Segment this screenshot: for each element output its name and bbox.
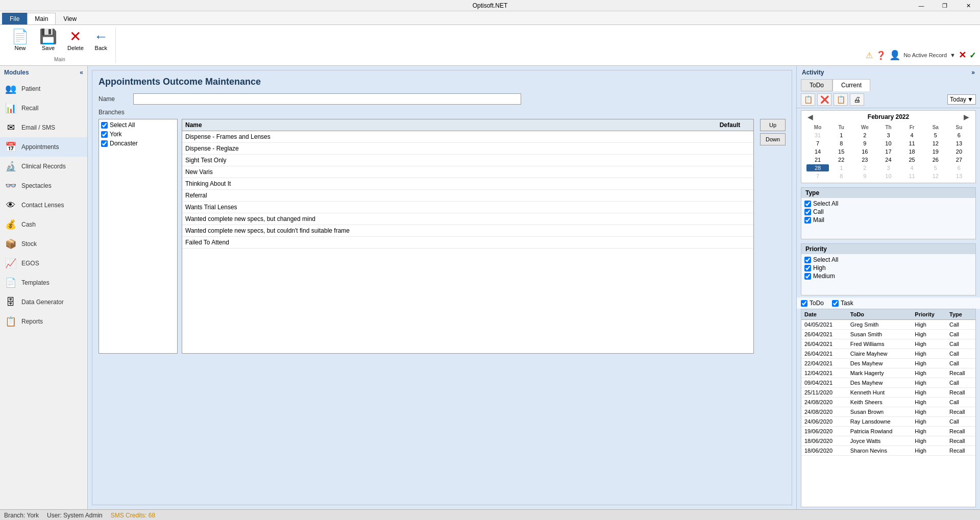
cal-day[interactable]: 28 [806,164,829,171]
sidebar-item-recall[interactable]: 📊 Recall [0,98,87,118]
minimize-button[interactable]: — [910,0,933,11]
table-row[interactable]: 19/06/2020Patricia RowlandHighRecall [801,427,975,436]
sidebar-item-cash[interactable]: 💰 Cash [0,215,87,234]
tab-view[interactable]: View [56,13,84,24]
table-row[interactable]: 24/08/2020Susan BrownHighRecall [801,407,975,417]
cal-day[interactable]: 2 [853,132,876,139]
priority-select-all-checkbox[interactable] [804,257,811,263]
table-row[interactable]: 12/04/2021Mark HagertyHighRecall [801,368,975,378]
cal-day[interactable]: 9 [853,172,876,180]
cal-day[interactable]: 26 [924,156,947,163]
cal-day[interactable]: 13 [948,172,970,180]
close-button[interactable]: ✕ [957,0,980,11]
table-row[interactable]: 26/04/2021Susan SmithHighCall [801,330,975,339]
priority-select-all[interactable]: Select All [804,256,972,263]
activity-expand-icon[interactable]: » [971,69,975,76]
cal-prev-btn[interactable]: ◀ [805,113,815,121]
branch-york[interactable]: York [101,131,175,138]
task-item[interactable]: Task [832,300,853,307]
type-call[interactable]: Call [804,208,972,215]
table-row[interactable]: 26/04/2021Claire MayhewHighCall [801,349,975,359]
priority-medium[interactable]: Medium [804,273,972,280]
cal-day[interactable]: 2 [853,164,876,171]
tab-file[interactable]: File [2,13,27,24]
sidebar-item-contact-lenses[interactable]: 👁 Contact Lenses [0,195,87,215]
tab-current[interactable]: Current [832,79,870,91]
outcome-row[interactable]: Referral [182,190,753,202]
branch-york-checkbox[interactable] [101,131,108,138]
restore-button[interactable]: ❐ [933,0,957,11]
name-input[interactable] [133,93,521,105]
cal-day[interactable]: 3 [877,164,899,171]
table-row[interactable]: 22/04/2021Des MayhewHighCall [801,359,975,368]
outcome-row[interactable]: Sight Test Only [182,155,753,166]
cal-day[interactable]: 9 [853,140,876,147]
toolbar-print-btn[interactable]: 🖨 [850,93,864,106]
cal-day[interactable]: 8 [830,172,852,180]
new-button[interactable]: 📄 New [8,29,32,52]
delete-button[interactable]: ✕ Delete [64,29,87,52]
sidebar-item-templates[interactable]: 📄 Templates [0,273,87,292]
outcome-row[interactable]: Dispense - Frames and Lenses [182,131,753,143]
help-icon[interactable]: ❓ [876,51,886,60]
cal-day[interactable]: 21 [806,156,829,163]
cal-day[interactable]: 16 [853,148,876,155]
task-checkbox[interactable] [832,300,839,307]
user-dropdown[interactable]: ▼ [950,52,955,58]
sidebar-item-clinical-records[interactable]: 🔬 Clinical Records [0,157,87,176]
branch-select-all[interactable]: Select All [101,121,175,129]
cal-day[interactable]: 1 [830,132,852,139]
cal-day[interactable]: 7 [806,172,829,180]
table-row[interactable]: 25/11/2020Kenneth HuntHighRecall [801,388,975,398]
cal-day[interactable]: 5 [924,132,947,139]
cal-day[interactable]: 18 [901,148,923,155]
sidebar-item-spectacles[interactable]: 👓 Spectacles [0,176,87,195]
save-button[interactable]: 💾 Save [36,29,60,52]
cal-day[interactable]: 23 [853,156,876,163]
branch-select-all-checkbox[interactable] [101,122,108,129]
type-select-all[interactable]: Select All [804,200,972,207]
outcome-row[interactable]: New Varis [182,166,753,178]
toolbar-delete-btn[interactable]: ❌ [817,93,831,106]
cal-day[interactable]: 20 [948,148,970,155]
cal-day[interactable]: 12 [924,140,947,147]
cal-day[interactable]: 6 [948,132,970,139]
sidebar-collapse-icon[interactable]: « [80,69,83,76]
cal-day[interactable]: 12 [924,172,947,180]
table-row[interactable]: 18/06/2020Sharon NevinsHighRecall [801,446,975,456]
outcome-row[interactable]: Wanted complete new specs, but couldn't … [182,225,753,237]
today-dropdown[interactable]: Today ▼ [947,94,976,105]
cal-day[interactable]: 31 [806,132,829,139]
cal-day[interactable]: 6 [948,164,970,171]
outcome-row[interactable]: Thinking About It [182,178,753,190]
cal-day[interactable]: 10 [877,172,899,180]
priority-medium-checkbox[interactable] [804,273,811,280]
back-button[interactable]: ← Back [91,29,111,52]
toolbar-clipboard-btn[interactable]: 📋 [801,93,815,106]
outcome-row[interactable]: Wants Trial Lenses [182,202,753,213]
cal-day[interactable]: 13 [948,140,970,147]
cal-day[interactable]: 19 [924,148,947,155]
table-row[interactable]: 18/06/2020Joyce WattsHighRecall [801,436,975,446]
cal-day[interactable]: 15 [830,148,852,155]
table-row[interactable]: 09/04/2021Des MayhewHighCall [801,378,975,388]
cal-day[interactable]: 17 [877,148,899,155]
table-row[interactable]: 24/06/2020Ray LansdowneHighCall [801,417,975,427]
cal-day[interactable]: 11 [901,172,923,180]
cal-day[interactable]: 4 [901,132,923,139]
cal-next-btn[interactable]: ▶ [962,113,971,121]
table-row[interactable]: 04/05/2021Greg SmithHighCall [801,320,975,330]
table-row[interactable]: 24/08/2020Keith SheersHighCall [801,398,975,407]
cal-day[interactable]: 11 [901,140,923,147]
priority-high-checkbox[interactable] [804,265,811,271]
cal-day[interactable]: 4 [901,164,923,171]
cal-day[interactable]: 8 [830,140,852,147]
cal-day[interactable]: 3 [877,132,899,139]
sidebar-item-data-generator[interactable]: 🗄 Data Generator [0,292,87,312]
cal-day[interactable]: 10 [877,140,899,147]
table-row[interactable]: 26/04/2021Fred WilliamsHighCall [801,339,975,349]
type-mail[interactable]: Mail [804,216,972,224]
todo-checkbox[interactable] [801,300,807,307]
up-button[interactable]: Up [760,119,786,131]
cal-day[interactable]: 24 [877,156,899,163]
